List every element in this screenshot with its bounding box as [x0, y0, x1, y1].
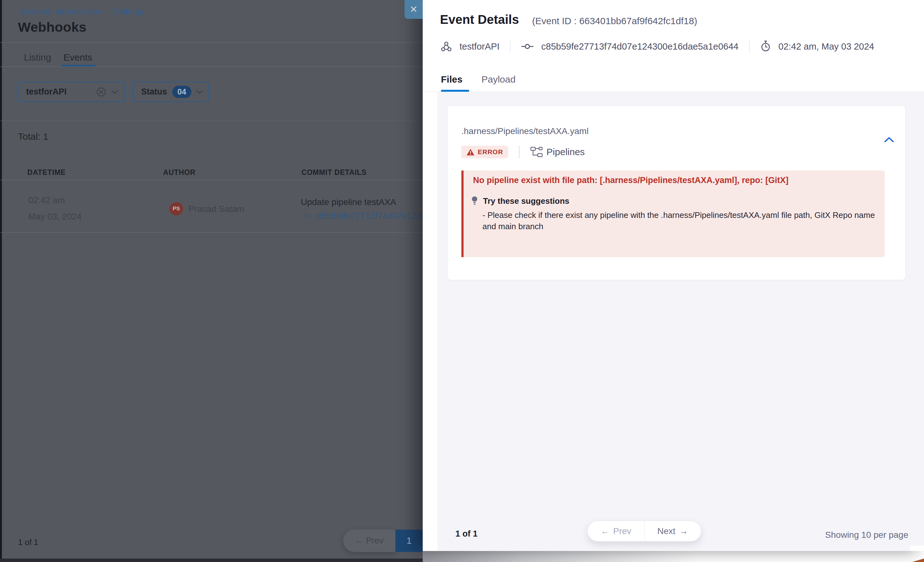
error-message: No pipeline exist with file path: [.harn… — [473, 175, 872, 185]
page-title: Webhooks — [18, 19, 86, 35]
clear-filter-icon[interactable] — [96, 87, 106, 97]
column-header-datetime: DATETIME — [27, 168, 66, 177]
error-details-box: No pipeline exist with file path: [.harn… — [461, 170, 885, 257]
per-page-label: Showing 10 per page — [825, 530, 908, 540]
collapse-chevron-up-icon[interactable] — [884, 136, 894, 143]
status-filter-count-badge: 04 — [172, 86, 192, 98]
meta-timestamp: 02:42 am, May 03 2024 — [778, 42, 874, 52]
tab-files[interactable]: Files — [441, 74, 462, 85]
panel-corner — [910, 546, 924, 551]
file-status-row: ERROR Pipelines — [461, 146, 585, 158]
below-drawer-strip — [423, 551, 924, 562]
meta-separator — [749, 41, 750, 52]
status-filter-label: Status — [141, 87, 167, 97]
event-id-label: (Event ID : 663401bb67af9f642fc1df18) — [532, 16, 697, 26]
row-commit-message: Update pipeline testAXA — [301, 197, 396, 207]
breadcrumb: Account: harness-dev › Settings — [20, 7, 144, 16]
file-path: .harness/Pipelines/testAXA.yaml — [461, 126, 589, 136]
status-filter-select[interactable]: Status 04 — [132, 82, 209, 102]
tab-events[interactable]: Events — [63, 52, 92, 63]
clock-icon — [760, 40, 771, 52]
drawer-pager: ← Prev Next → — [588, 521, 701, 541]
chevron-down-icon[interactable] — [111, 90, 118, 94]
row-author-name: Prasad Satam — [189, 204, 244, 214]
pipelines-icon — [530, 146, 543, 158]
entity-type-label: Pipelines — [546, 146, 585, 157]
meta-separator — [510, 41, 510, 52]
tab-payload[interactable]: Payload — [482, 74, 515, 85]
right-arrow-icon: → — [679, 526, 688, 536]
event-meta-row: testforAPI c85b59fe27713f74d07e124300e16… — [441, 40, 874, 53]
tab-listing[interactable]: Listing — [24, 52, 51, 63]
file-card: .harness/Pipelines/testAXA.yaml ERROR — [447, 106, 905, 280]
meta-webhook-name: testforAPI — [459, 42, 500, 52]
drawer-close-button[interactable]: ✕ — [405, 0, 423, 19]
left-arrow-icon: ← — [601, 526, 609, 536]
page-prev-button[interactable]: ← Prev — [343, 530, 395, 552]
suggestion-item: - Please check if there exist any pipeli… — [482, 209, 882, 232]
next-button[interactable]: Next → — [645, 521, 701, 541]
row-commit-hash-link[interactable]: c85b59fe27713f74d07e124300e16dae5a1e0644 — [314, 211, 423, 221]
warning-triangle-icon — [466, 148, 475, 156]
avatar: PS — [170, 202, 183, 215]
chevron-down-icon[interactable] — [196, 90, 203, 94]
drawer-pagination-summary: 1 of 1 — [455, 529, 478, 539]
webhook-filter-select[interactable]: testforAPI — [18, 82, 125, 102]
prev-button-label: Prev — [613, 526, 632, 536]
event-details-drawer: Event Details (Event ID : 663401bb67af9f… — [423, 0, 924, 551]
breadcrumb-account-link[interactable]: Account: harness-dev — [20, 7, 102, 16]
column-header-author: AUTHOR — [163, 168, 195, 177]
webhooks-page-dimmed: Account: harness-dev › Settings Webhooks… — [0, 0, 423, 562]
commit-icon — [521, 42, 534, 51]
page-number-1-button[interactable]: 1 — [395, 530, 423, 552]
next-button-label: Next — [657, 526, 675, 536]
drawer-title: Event Details — [440, 13, 519, 27]
breadcrumb-separator: › — [106, 7, 108, 16]
webhook-icon — [441, 41, 452, 52]
commit-icon — [300, 212, 312, 220]
page-pagination-summary: 1 of 1 — [18, 538, 38, 547]
screenshot-root: Account: harness-dev › Settings Webhooks… — [0, 0, 924, 562]
badge-divider — [519, 146, 519, 158]
error-status-label: ERROR — [478, 148, 503, 156]
suggestions-header: Try these suggestions — [471, 196, 570, 206]
error-status-badge: ERROR — [461, 146, 508, 158]
row-time: 02:42 am — [28, 195, 65, 205]
suggestions-title: Try these suggestions — [483, 196, 570, 206]
prev-button[interactable]: ← Prev — [588, 521, 645, 541]
bottom-edge-strip — [0, 559, 423, 562]
total-count: Total: 1 — [18, 131, 48, 142]
files-panel: .harness/Pipelines/testAXA.yaml ERROR — [438, 92, 924, 551]
lightbulb-icon — [471, 196, 478, 206]
column-header-commit-details: COMMIT DETAILS — [302, 168, 367, 177]
nav-sidebar-edge — [0, 0, 2, 562]
meta-commit-hash: c85b59fe27713f74d07e124300e16dae5a1e0644 — [541, 42, 738, 52]
row-date: May 03, 2024 — [28, 212, 82, 222]
webhook-filter-value: testforAPI — [26, 87, 67, 97]
close-icon: ✕ — [410, 5, 417, 14]
breadcrumb-settings-link[interactable]: Settings — [113, 7, 144, 16]
